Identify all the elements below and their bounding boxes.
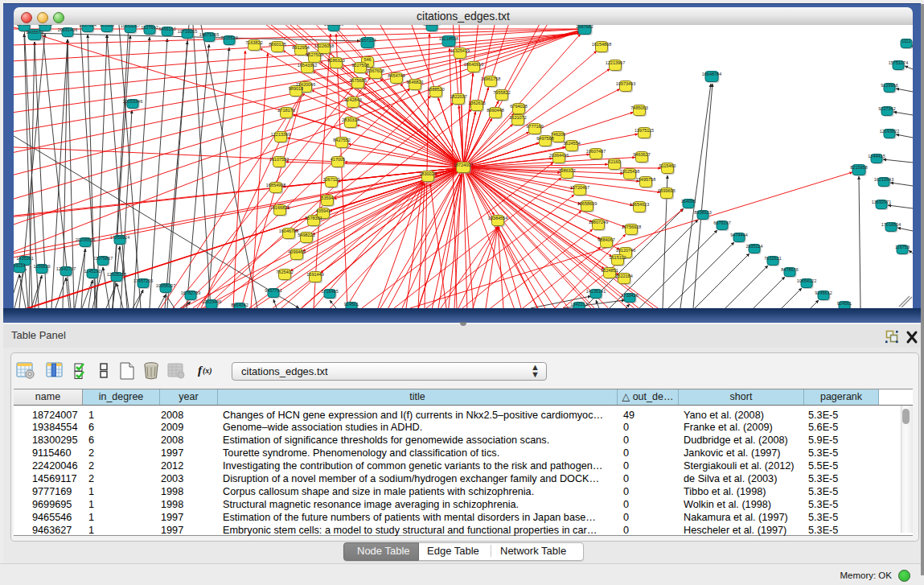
svg-text:2718176: 2718176 — [277, 108, 294, 113]
svg-text:9646821: 9646821 — [406, 80, 423, 84]
svg-text:1615112: 1615112 — [609, 255, 626, 260]
svg-text:2367608: 2367608 — [367, 68, 384, 73]
svg-text:8912954: 8912954 — [292, 45, 309, 50]
svg-text:13654923: 13654923 — [630, 202, 649, 207]
svg-text:16046788: 16046788 — [279, 229, 298, 233]
svg-text:924561: 924561 — [837, 301, 852, 306]
svg-text:1691449: 1691449 — [306, 272, 323, 277]
svg-text:264957: 264957 — [17, 25, 31, 27]
svg-text:8186323: 8186323 — [327, 58, 344, 63]
svg-text:10958107: 10958107 — [156, 283, 175, 288]
svg-text:13692971: 13692971 — [872, 200, 891, 204]
svg-text:1342213: 1342213 — [570, 302, 587, 307]
svg-text:10973493: 10973493 — [616, 81, 635, 86]
svg-text:1037614: 1037614 — [79, 25, 96, 27]
svg-text:8454749: 8454749 — [388, 73, 405, 78]
svg-text:1244415: 1244415 — [868, 154, 885, 159]
svg-text:10654122: 10654122 — [797, 278, 816, 283]
svg-text:1621072: 1621072 — [509, 115, 526, 120]
svg-text:9115460: 9115460 — [659, 163, 676, 168]
svg-text:10719155: 10719155 — [178, 29, 197, 34]
svg-text:8990448: 8990448 — [487, 108, 503, 113]
svg-text:18640910: 18640910 — [464, 62, 483, 67]
svg-text:1830027: 1830027 — [419, 171, 436, 176]
svg-text:7515520: 7515520 — [220, 35, 237, 40]
svg-text:7485063: 7485063 — [630, 105, 647, 110]
svg-text:15751074: 15751074 — [889, 60, 908, 65]
svg-text:53594: 53594 — [321, 196, 333, 200]
svg-text:20691406: 20691406 — [58, 27, 77, 32]
svg-text:9884067: 9884067 — [598, 237, 614, 242]
svg-text:10120746: 10120746 — [616, 248, 635, 253]
svg-text:7955822: 7955822 — [493, 90, 510, 95]
svg-text:417005: 417005 — [331, 157, 345, 162]
svg-text:39154: 39154 — [14, 263, 26, 268]
svg-text:7625402: 7625402 — [276, 270, 293, 274]
svg-text:19218506: 19218506 — [439, 36, 458, 41]
svg-text:6497568: 6497568 — [536, 136, 553, 141]
svg-text:1733426: 1733426 — [621, 293, 638, 298]
svg-text:12923446: 12923446 — [202, 299, 221, 304]
svg-text:435941: 435941 — [316, 208, 331, 213]
svg-text:2687682: 2687682 — [576, 25, 593, 29]
svg-text:16210643: 16210643 — [874, 177, 893, 182]
svg-text:8427552: 8427552 — [333, 138, 350, 142]
svg-text:7632621: 7632621 — [764, 256, 781, 261]
svg-text:16107552: 16107552 — [269, 157, 289, 162]
svg-text:12213967: 12213967 — [606, 60, 625, 65]
svg-text:18807249: 18807249 — [589, 220, 608, 225]
svg-text:1527602: 1527602 — [141, 25, 158, 30]
svg-text:9527508: 9527508 — [351, 63, 368, 68]
svg-text:14136141: 14136141 — [586, 289, 606, 294]
svg-text:18724007: 18724007 — [454, 163, 473, 167]
svg-text:9527500: 9527500 — [306, 52, 322, 57]
svg-text:1435061: 1435061 — [16, 256, 33, 261]
svg-text:8964042: 8964042 — [231, 303, 248, 307]
svg-text:1112: 1112 — [901, 39, 910, 43]
svg-text:16782759: 16782759 — [181, 290, 200, 295]
svg-text:5578331: 5578331 — [305, 216, 322, 220]
svg-text:17359924: 17359924 — [110, 235, 129, 240]
svg-text:9777169: 9777169 — [526, 124, 543, 129]
svg-text:8938923: 8938923 — [694, 210, 711, 215]
svg-text:9129966: 9129966 — [881, 83, 897, 88]
svg-text:7957224: 7957224 — [359, 38, 376, 43]
svg-text:12505135: 12505135 — [107, 272, 126, 277]
svg-text:20206536: 20206536 — [76, 237, 95, 242]
svg-text:9242843: 9242843 — [344, 97, 361, 102]
svg-text:9524851: 9524851 — [601, 268, 618, 273]
svg-text:7986322: 7986322 — [558, 168, 575, 173]
svg-text:19384554: 19384554 — [488, 216, 507, 220]
svg-text:3624554: 3624554 — [563, 141, 580, 146]
svg-text:15495758: 15495758 — [636, 177, 655, 182]
svg-text:6679197: 6679197 — [713, 220, 730, 225]
svg-text:10553267: 10553267 — [121, 25, 140, 28]
svg-text:16961758: 16961758 — [481, 76, 500, 81]
svg-text:12213369: 12213369 — [271, 132, 290, 137]
svg-text:164095: 164095 — [681, 199, 696, 204]
svg-text:10607487: 10607487 — [586, 149, 606, 154]
svg-text:16154808: 16154808 — [592, 42, 611, 47]
svg-text:4099469: 4099469 — [288, 249, 305, 254]
svg-text:9699695: 9699695 — [658, 188, 675, 193]
svg-text:16671355: 16671355 — [199, 32, 219, 37]
svg-text:6794028: 6794028 — [510, 104, 527, 109]
svg-text:8660125: 8660125 — [269, 42, 285, 47]
svg-text:1145190: 1145190 — [84, 269, 101, 274]
svg-text:905186: 905186 — [100, 25, 114, 27]
svg-text:10756928: 10756928 — [622, 225, 641, 229]
svg-text:16648784: 16648784 — [702, 72, 721, 76]
svg-text:15226058: 15226058 — [314, 43, 334, 48]
svg-text:2830314: 2830314 — [342, 117, 359, 122]
svg-text:62160: 62160 — [608, 159, 620, 164]
svg-text:3675685: 3675685 — [349, 78, 366, 83]
svg-text:8215958: 8215958 — [850, 165, 867, 170]
svg-text:8478676: 8478676 — [781, 267, 798, 272]
svg-text:6466160: 6466160 — [158, 27, 175, 31]
svg-text:9457791: 9457791 — [265, 288, 281, 293]
svg-text:16854908: 16854908 — [266, 183, 285, 187]
svg-text:20053346: 20053346 — [123, 99, 142, 104]
svg-text:11325419: 11325419 — [450, 48, 470, 53]
svg-text:12093822: 12093822 — [880, 129, 899, 134]
svg-text:9245612: 9245612 — [815, 290, 832, 295]
